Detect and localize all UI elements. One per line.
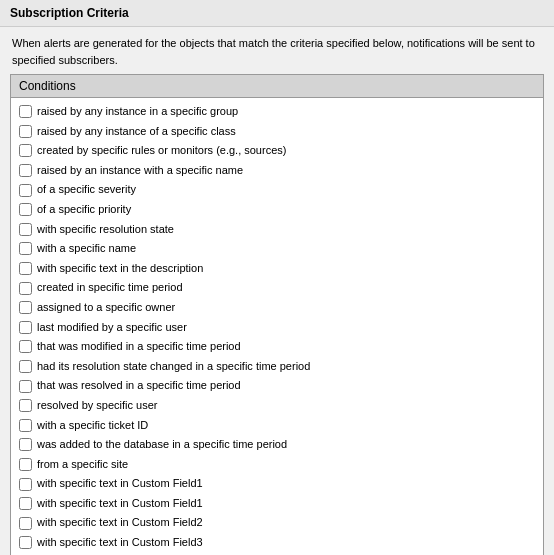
condition-checkbox-c19[interactable] bbox=[19, 458, 32, 471]
condition-checkbox-c16[interactable] bbox=[19, 399, 32, 412]
condition-checkbox-c22[interactable] bbox=[19, 517, 32, 530]
condition-label: that was resolved in a specific time per… bbox=[37, 377, 241, 395]
condition-checkbox-c14[interactable] bbox=[19, 360, 32, 373]
condition-checkbox-c23[interactable] bbox=[19, 536, 32, 549]
list-item: from a specific site bbox=[17, 455, 537, 475]
list-item: with specific text in Custom Field1 bbox=[17, 474, 537, 494]
condition-label: raised by any instance in a specific gro… bbox=[37, 103, 238, 121]
list-item: assigned to a specific owner bbox=[17, 298, 537, 318]
list-item: created by specific rules or monitors (e… bbox=[17, 141, 537, 161]
title-bar: Subscription Criteria bbox=[0, 0, 554, 27]
condition-label: with a specific name bbox=[37, 240, 136, 258]
list-item: had its resolution state changed in a sp… bbox=[17, 357, 537, 377]
list-item: with specific text in Custom Field1 bbox=[17, 494, 537, 514]
list-item: was added to the database in a specific … bbox=[17, 435, 537, 455]
list-item: of a specific severity bbox=[17, 180, 537, 200]
list-item: with a specific ticket ID bbox=[17, 416, 537, 436]
list-item: with specific text in Custom Field3 bbox=[17, 533, 537, 553]
condition-label: had its resolution state changed in a sp… bbox=[37, 358, 310, 376]
condition-label: with specific text in Custom Field3 bbox=[37, 534, 203, 552]
condition-checkbox-c13[interactable] bbox=[19, 340, 32, 353]
condition-label: with specific text in the description bbox=[37, 260, 203, 278]
list-item: that was resolved in a specific time per… bbox=[17, 376, 537, 396]
condition-label: assigned to a specific owner bbox=[37, 299, 175, 317]
conditions-section: Conditions raised by any instance in a s… bbox=[10, 74, 544, 555]
description-text: When alerts are generated for the object… bbox=[0, 27, 554, 74]
condition-checkbox-c10[interactable] bbox=[19, 282, 32, 295]
list-item: with a specific name bbox=[17, 239, 537, 259]
condition-label: with specific text in Custom Field2 bbox=[37, 514, 203, 532]
condition-label: that was modified in a specific time per… bbox=[37, 338, 241, 356]
page-container: Subscription Criteria When alerts are ge… bbox=[0, 0, 554, 555]
condition-label: raised by any instance of a specific cla… bbox=[37, 123, 236, 141]
list-item: with specific text in Custom Field2 bbox=[17, 513, 537, 533]
condition-label: of a specific priority bbox=[37, 201, 131, 219]
condition-label: with specific text in Custom Field1 bbox=[37, 495, 203, 513]
condition-checkbox-c15[interactable] bbox=[19, 380, 32, 393]
condition-checkbox-c3[interactable] bbox=[19, 144, 32, 157]
condition-checkbox-c2[interactable] bbox=[19, 125, 32, 138]
condition-label: from a specific site bbox=[37, 456, 128, 474]
condition-label: with specific text in Custom Field1 bbox=[37, 475, 203, 493]
list-item: last modified by a specific user bbox=[17, 318, 537, 338]
condition-label: with a specific ticket ID bbox=[37, 417, 148, 435]
condition-label: was added to the database in a specific … bbox=[37, 436, 287, 454]
list-item: with specific resolution state bbox=[17, 220, 537, 240]
list-item: resolved by specific user bbox=[17, 396, 537, 416]
condition-checkbox-c11[interactable] bbox=[19, 301, 32, 314]
condition-checkbox-c7[interactable] bbox=[19, 223, 32, 236]
condition-checkbox-c1[interactable] bbox=[19, 105, 32, 118]
condition-label: with specific resolution state bbox=[37, 221, 174, 239]
list-item: raised by an instance with a specific na… bbox=[17, 161, 537, 181]
list-item: raised by any instance in a specific gro… bbox=[17, 102, 537, 122]
condition-label: resolved by specific user bbox=[37, 397, 157, 415]
conditions-header: Conditions bbox=[11, 75, 543, 98]
list-item: raised by any instance of a specific cla… bbox=[17, 122, 537, 142]
condition-checkbox-c5[interactable] bbox=[19, 184, 32, 197]
page-title: Subscription Criteria bbox=[10, 6, 129, 20]
condition-checkbox-c8[interactable] bbox=[19, 242, 32, 255]
condition-checkbox-c6[interactable] bbox=[19, 203, 32, 216]
condition-checkbox-c20[interactable] bbox=[19, 478, 32, 491]
condition-checkbox-c4[interactable] bbox=[19, 164, 32, 177]
condition-checkbox-c17[interactable] bbox=[19, 419, 32, 432]
conditions-list: raised by any instance in a specific gro… bbox=[11, 98, 543, 555]
condition-checkbox-c21[interactable] bbox=[19, 497, 32, 510]
condition-checkbox-c12[interactable] bbox=[19, 321, 32, 334]
condition-label: created in specific time period bbox=[37, 279, 183, 297]
list-item: with specific text in the description bbox=[17, 259, 537, 279]
condition-label: created by specific rules or monitors (e… bbox=[37, 142, 286, 160]
list-item: created in specific time period bbox=[17, 278, 537, 298]
condition-label: last modified by a specific user bbox=[37, 319, 187, 337]
condition-label: of a specific severity bbox=[37, 181, 136, 199]
list-item: that was modified in a specific time per… bbox=[17, 337, 537, 357]
list-item: of a specific priority bbox=[17, 200, 537, 220]
condition-checkbox-c18[interactable] bbox=[19, 438, 32, 451]
condition-checkbox-c9[interactable] bbox=[19, 262, 32, 275]
condition-label: raised by an instance with a specific na… bbox=[37, 162, 243, 180]
